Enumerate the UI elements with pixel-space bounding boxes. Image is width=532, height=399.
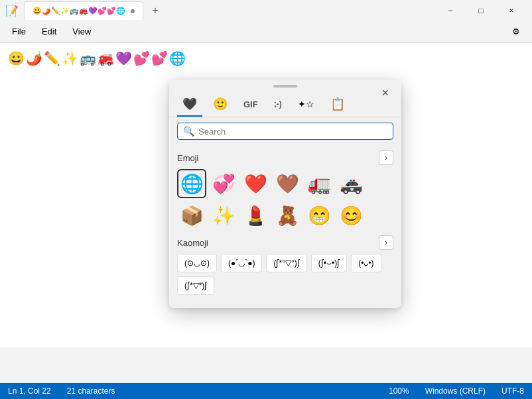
- drag-bar: [273, 85, 297, 87]
- menu-bar: File Edit View ⚙: [0, 21, 532, 42]
- emoji-cell-box[interactable]: 📦: [177, 201, 206, 230]
- picker-drag-handle[interactable]: [169, 80, 401, 90]
- emoji-cell-grin[interactable]: 😁: [304, 201, 334, 230]
- emoji-cell-truck[interactable]: 🚛: [304, 169, 334, 198]
- emoji-cell-globe[interactable]: 🌐: [177, 169, 206, 198]
- status-characters[interactable]: 21 characters: [67, 386, 115, 396]
- kaomoji-section-header: Kaomoji ›: [177, 235, 393, 250]
- picker-body: Emoji › 🌐 💞 ❤️ 🤎 🚛 🚓 📦 ✨ 💄 🧸 😁 😊 Kaomoji…: [169, 145, 401, 300]
- tab-clipboard[interactable]: 📋: [325, 93, 350, 117]
- kaomoji-cell-2[interactable]: (●´◡`●): [221, 254, 262, 272]
- emoji-section-header: Emoji ›: [177, 150, 393, 165]
- tab-unsaved-dot: [131, 9, 135, 13]
- title-bar: 📝 😀🌶️✏️✨🚌🚒💜💕💕🌐 + − □ ×: [0, 0, 532, 21]
- status-line-endings[interactable]: Windows (CRLF): [425, 386, 486, 396]
- tab-symbols[interactable]: ✦☆: [293, 93, 320, 117]
- tab-emojis: 😀🌶️✏️✨🚌🚒💜💕💕🌐: [33, 7, 125, 15]
- new-tab-button[interactable]: +: [146, 1, 165, 20]
- emoji-cell-sparkles[interactable]: ✨: [209, 201, 238, 230]
- minimize-button[interactable]: −: [435, 0, 466, 21]
- picker-tabs: 🖤 🙂 GIF ;-) ✦☆ 📋: [169, 90, 401, 117]
- kaomoji-grid: (⊙◡⊙) (●´◡`●) (ʃ*°▽°)ʃ (ʃ•⌣•)ʃ (•ᴗ•) (ʃ*…: [177, 254, 393, 295]
- emoji-grid: 🌐 💞 ❤️ 🤎 🚛 🚓 📦 ✨ 💄 🧸 😁 😊: [177, 169, 393, 230]
- kaomoji-cell-4[interactable]: (ʃ•⌣•)ʃ: [311, 254, 347, 272]
- maximize-button[interactable]: □: [466, 0, 496, 21]
- emoji-cell-brown-heart[interactable]: 🤎: [273, 169, 302, 198]
- tab-smiley[interactable]: 🙂: [208, 93, 233, 117]
- window-controls: − □ ×: [435, 0, 527, 21]
- search-icon: 🔍: [183, 126, 194, 137]
- tab-recents[interactable]: 🖤: [177, 93, 202, 117]
- menu-file[interactable]: File: [5, 24, 33, 39]
- kaomoji-cell-5[interactable]: (•ᴗ•): [351, 254, 381, 272]
- emoji-cell-lipstick[interactable]: 💄: [241, 201, 270, 230]
- menu-view[interactable]: View: [66, 24, 98, 39]
- emoji-picker: ✕ 🖤 🙂 GIF ;-) ✦☆ 📋 🔍 Emoji › 🌐 💞 ❤️ 🤎 🚛 …: [169, 80, 401, 308]
- emoji-section-label: Emoji: [177, 153, 199, 163]
- menu-edit[interactable]: Edit: [35, 24, 63, 39]
- status-line-col[interactable]: Ln 1, Col 22: [8, 386, 51, 396]
- settings-button[interactable]: ⚙: [505, 21, 527, 42]
- editor-content: 😀🌶️✏️✨🚌🚒💜💕💕🌐: [8, 51, 187, 66]
- status-encoding[interactable]: UTF-8: [501, 386, 524, 396]
- kaomoji-cell-1[interactable]: (⊙◡⊙): [177, 254, 217, 272]
- kaomoji-cell-6[interactable]: (ʃ*▽*)ʃ: [177, 276, 214, 295]
- kaomoji-section-label: Kaomoji: [177, 238, 208, 248]
- emoji-cell-heart[interactable]: ❤️: [241, 169, 270, 198]
- status-zoom[interactable]: 100%: [389, 386, 409, 396]
- emoji-cell-hearts[interactable]: 💞: [209, 169, 238, 198]
- status-bar: Ln 1, Col 22 21 characters 100% Windows …: [0, 383, 532, 399]
- tab-area: 😀🌶️✏️✨🚌🚒💜💕💕🌐 +: [24, 1, 430, 20]
- tab-kaomoji[interactable]: ;-): [269, 93, 287, 117]
- picker-close-button[interactable]: ✕: [377, 85, 393, 101]
- close-button[interactable]: ×: [496, 0, 527, 21]
- tab-gif[interactable]: GIF: [238, 93, 263, 117]
- emoji-section-expand[interactable]: ›: [379, 150, 393, 165]
- search-input[interactable]: [198, 127, 387, 137]
- kaomoji-cell-3[interactable]: (ʃ*°▽°)ʃ: [266, 254, 306, 272]
- emoji-cell-police[interactable]: 🚓: [336, 169, 366, 198]
- kaomoji-section-expand[interactable]: ›: [379, 235, 393, 250]
- emoji-cell-bear[interactable]: 🧸: [273, 201, 302, 230]
- gear-icon: ⚙: [512, 27, 520, 36]
- app-icon: 📝: [5, 4, 19, 17]
- active-tab[interactable]: 😀🌶️✏️✨🚌🚒💜💕💕🌐: [24, 1, 143, 20]
- emoji-cell-smile[interactable]: 😊: [336, 201, 366, 230]
- picker-search-bar: 🔍: [177, 123, 393, 140]
